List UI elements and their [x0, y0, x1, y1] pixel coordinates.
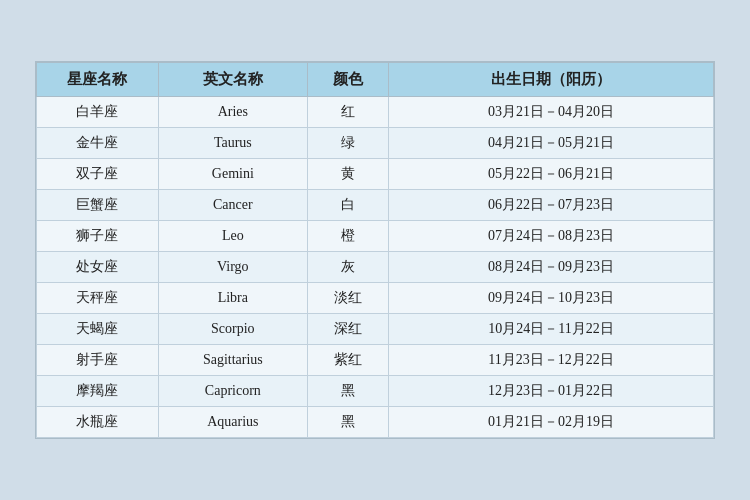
table-row: 白羊座Aries红03月21日－04月20日 — [37, 97, 714, 128]
table-header-row: 星座名称 英文名称 颜色 出生日期（阳历） — [37, 63, 714, 97]
table-row: 天秤座Libra淡红09月24日－10月23日 — [37, 283, 714, 314]
cell-color: 深红 — [307, 314, 388, 345]
header-color: 颜色 — [307, 63, 388, 97]
cell-en_name: Scorpio — [158, 314, 307, 345]
cell-en_name: Aquarius — [158, 407, 307, 438]
cell-color: 灰 — [307, 252, 388, 283]
header-cn-name: 星座名称 — [37, 63, 159, 97]
cell-en_name: Sagittarius — [158, 345, 307, 376]
cell-date_range: 10月24日－11月22日 — [389, 314, 714, 345]
cell-cn_name: 白羊座 — [37, 97, 159, 128]
cell-en_name: Libra — [158, 283, 307, 314]
cell-date_range: 07月24日－08月23日 — [389, 221, 714, 252]
cell-en_name: Virgo — [158, 252, 307, 283]
cell-date_range: 12月23日－01月22日 — [389, 376, 714, 407]
table-row: 巨蟹座Cancer白06月22日－07月23日 — [37, 190, 714, 221]
cell-color: 黑 — [307, 376, 388, 407]
cell-date_range: 11月23日－12月22日 — [389, 345, 714, 376]
header-date: 出生日期（阳历） — [389, 63, 714, 97]
cell-date_range: 01月21日－02月19日 — [389, 407, 714, 438]
table-row: 处女座Virgo灰08月24日－09月23日 — [37, 252, 714, 283]
cell-color: 白 — [307, 190, 388, 221]
table-row: 摩羯座Capricorn黑12月23日－01月22日 — [37, 376, 714, 407]
cell-cn_name: 巨蟹座 — [37, 190, 159, 221]
table-row: 狮子座Leo橙07月24日－08月23日 — [37, 221, 714, 252]
cell-date_range: 08月24日－09月23日 — [389, 252, 714, 283]
table-row: 金牛座Taurus绿04月21日－05月21日 — [37, 128, 714, 159]
cell-color: 黄 — [307, 159, 388, 190]
cell-cn_name: 水瓶座 — [37, 407, 159, 438]
cell-en_name: Taurus — [158, 128, 307, 159]
header-en-name: 英文名称 — [158, 63, 307, 97]
cell-color: 淡红 — [307, 283, 388, 314]
cell-cn_name: 狮子座 — [37, 221, 159, 252]
cell-en_name: Aries — [158, 97, 307, 128]
cell-date_range: 06月22日－07月23日 — [389, 190, 714, 221]
table-row: 双子座Gemini黄05月22日－06月21日 — [37, 159, 714, 190]
cell-cn_name: 双子座 — [37, 159, 159, 190]
table-row: 天蝎座Scorpio深红10月24日－11月22日 — [37, 314, 714, 345]
cell-cn_name: 金牛座 — [37, 128, 159, 159]
cell-en_name: Cancer — [158, 190, 307, 221]
cell-color: 橙 — [307, 221, 388, 252]
cell-cn_name: 摩羯座 — [37, 376, 159, 407]
zodiac-table: 星座名称 英文名称 颜色 出生日期（阳历） 白羊座Aries红03月21日－04… — [36, 62, 714, 438]
zodiac-table-container: 星座名称 英文名称 颜色 出生日期（阳历） 白羊座Aries红03月21日－04… — [35, 61, 715, 439]
table-row: 水瓶座Aquarius黑01月21日－02月19日 — [37, 407, 714, 438]
cell-en_name: Gemini — [158, 159, 307, 190]
cell-color: 红 — [307, 97, 388, 128]
cell-cn_name: 天秤座 — [37, 283, 159, 314]
cell-en_name: Capricorn — [158, 376, 307, 407]
cell-date_range: 05月22日－06月21日 — [389, 159, 714, 190]
cell-color: 绿 — [307, 128, 388, 159]
cell-color: 紫红 — [307, 345, 388, 376]
cell-date_range: 04月21日－05月21日 — [389, 128, 714, 159]
cell-cn_name: 射手座 — [37, 345, 159, 376]
cell-cn_name: 天蝎座 — [37, 314, 159, 345]
cell-date_range: 09月24日－10月23日 — [389, 283, 714, 314]
cell-color: 黑 — [307, 407, 388, 438]
cell-cn_name: 处女座 — [37, 252, 159, 283]
cell-en_name: Leo — [158, 221, 307, 252]
table-body: 白羊座Aries红03月21日－04月20日金牛座Taurus绿04月21日－0… — [37, 97, 714, 438]
table-row: 射手座Sagittarius紫红11月23日－12月22日 — [37, 345, 714, 376]
cell-date_range: 03月21日－04月20日 — [389, 97, 714, 128]
